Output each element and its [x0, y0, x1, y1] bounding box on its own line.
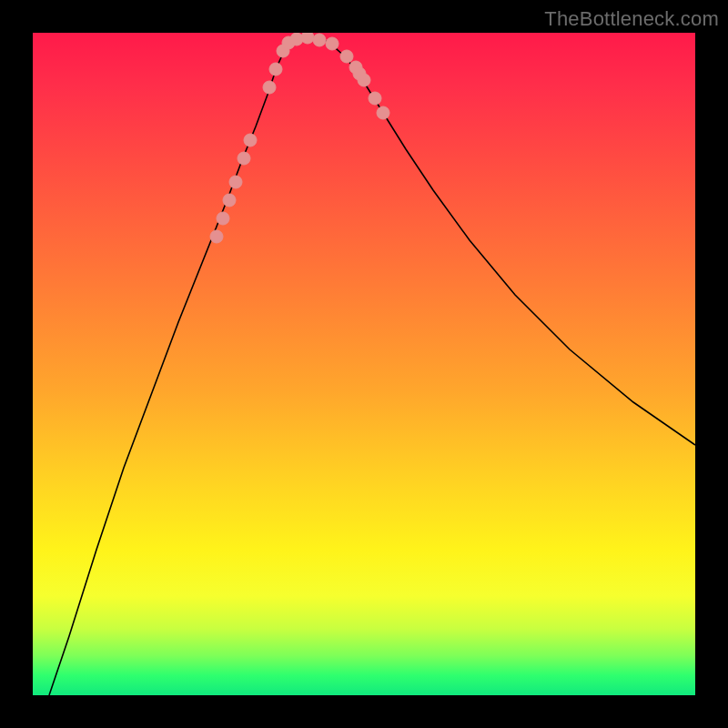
- data-point: [244, 134, 257, 147]
- data-point: [326, 37, 339, 50]
- data-point: [210, 230, 223, 243]
- data-point: [340, 50, 353, 63]
- chart-frame: TheBottleneck.com: [0, 0, 728, 728]
- data-point: [353, 67, 366, 80]
- data-point: [269, 63, 282, 76]
- watermark-label: TheBottleneck.com: [544, 7, 719, 31]
- bottleneck-curve: [49, 36, 695, 695]
- data-point: [223, 194, 236, 207]
- data-point: [301, 33, 314, 44]
- data-point: [263, 81, 276, 94]
- plot-area: [33, 33, 695, 695]
- data-point: [369, 92, 381, 105]
- highlighted-points: [210, 33, 389, 243]
- data-point: [229, 176, 242, 188]
- curve-layer: [33, 33, 695, 695]
- data-point: [377, 106, 389, 119]
- data-point: [217, 212, 229, 225]
- data-point: [238, 152, 250, 165]
- data-point: [313, 34, 326, 46]
